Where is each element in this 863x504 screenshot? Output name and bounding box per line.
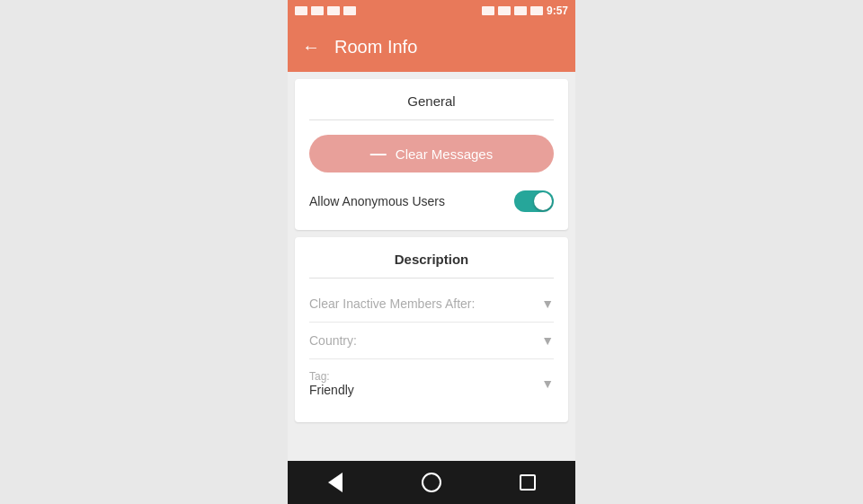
tag-sublabel: Tag: — [309, 370, 354, 383]
clear-messages-button[interactable]: — Clear Messages — [309, 135, 554, 172]
general-card: General — Clear Messages Allow Anonymous… — [295, 79, 568, 230]
nav-bar — [288, 461, 575, 504]
nav-recent-icon — [520, 474, 536, 491]
tag-value: Friendly — [309, 383, 354, 397]
tag-chevron-icon: ▼ — [541, 376, 554, 391]
tag-dropdown[interactable]: Tag: Friendly ▼ — [309, 359, 554, 408]
description-card: Description Clear Inactive Members After… — [295, 237, 568, 422]
allow-anonymous-row: Allow Anonymous Users — [309, 187, 554, 216]
nav-home-button[interactable] — [414, 464, 449, 500]
allow-anonymous-label: Allow Anonymous Users — [309, 194, 445, 208]
signal-icon — [514, 6, 527, 15]
country-label: Country: — [309, 333, 357, 348]
nav-recent-button[interactable] — [510, 464, 546, 500]
toggle-knob — [534, 192, 552, 210]
notification-icon-2 — [311, 6, 324, 15]
nav-home-icon — [422, 473, 441, 492]
status-bar-right: 9:57 — [482, 4, 568, 17]
battery-icon — [530, 6, 543, 15]
tag-container: Tag: Friendly — [309, 370, 354, 397]
status-bar: 9:57 — [288, 0, 575, 22]
status-time: 9:57 — [547, 4, 568, 17]
wifi-icon — [498, 6, 511, 15]
description-section-title: Description — [309, 252, 554, 279]
notification-icon-1 — [295, 6, 307, 15]
clear-inactive-label: Clear Inactive Members After: — [309, 296, 475, 311]
clear-messages-label: Clear Messages — [396, 146, 493, 162]
app-bar: ← Room Info — [288, 22, 575, 72]
general-section-title: General — [309, 93, 554, 120]
nav-back-button[interactable] — [317, 464, 353, 500]
clear-inactive-dropdown[interactable]: Clear Inactive Members After: ▼ — [309, 286, 554, 323]
status-bar-left — [295, 6, 356, 15]
minus-icon: — — [370, 146, 387, 162]
back-button[interactable]: ← — [302, 37, 320, 57]
notification-icon-3 — [327, 6, 340, 15]
allow-anonymous-toggle[interactable] — [514, 190, 554, 212]
country-chevron-icon: ▼ — [541, 333, 554, 348]
country-dropdown[interactable]: Country: ▼ — [309, 323, 554, 359]
page-title: Room Info — [334, 37, 417, 57]
clear-inactive-chevron-icon: ▼ — [541, 296, 554, 311]
nav-back-icon — [328, 473, 343, 492]
phone-frame: 9:57 ← Room Info General — Clear Message… — [288, 0, 575, 504]
content-area: General — Clear Messages Allow Anonymous… — [288, 72, 575, 461]
notification-icon-4 — [343, 6, 356, 15]
volume-icon — [482, 6, 494, 15]
